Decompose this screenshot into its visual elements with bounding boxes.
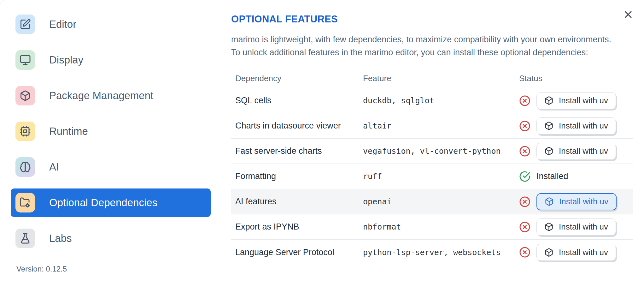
dependency-cell: Language Server Protocol <box>235 248 363 257</box>
install-button-label: Install with uv <box>559 146 608 156</box>
install-with-uv-button[interactable]: Install with uv <box>536 117 616 135</box>
brain-icon <box>15 157 35 177</box>
dependency-cell: AI features <box>235 197 363 206</box>
dependency-cell: SQL cells <box>235 96 363 105</box>
check-circle-icon <box>519 171 530 182</box>
dependency-cell: Charts in datasource viewer <box>235 121 363 131</box>
status-cell: Install with uv <box>519 143 633 160</box>
table-row: Charts in datasource viewer altair Insta… <box>231 113 633 139</box>
circle-x-icon <box>519 95 530 106</box>
package-icon <box>544 222 553 231</box>
version-label: Version: 0.12.5 <box>16 265 67 273</box>
monitor-icon <box>15 50 35 70</box>
x-icon <box>623 16 634 21</box>
description: marimo is lightweight, with few dependen… <box>231 33 632 59</box>
sidebar-item-package-management[interactable]: Package Management <box>11 81 211 110</box>
install-button-label: Install with uv <box>559 121 608 131</box>
circle-x-icon <box>519 196 530 207</box>
close-button[interactable] <box>621 8 635 22</box>
status-cell: Installed <box>519 171 633 182</box>
feature-cell: openai <box>363 197 519 206</box>
sidebar-item-optional-dependencies[interactable]: Optional Dependencies <box>11 188 211 217</box>
page-title: OPTIONAL FEATURES <box>231 14 632 25</box>
sidebar-item-display[interactable]: Display <box>11 46 211 74</box>
table-body: SQL cells duckdb, sqlglot Install with u… <box>231 88 633 265</box>
feature-cell: vegafusion, vl-convert-python <box>363 146 519 156</box>
package-icon <box>544 121 553 130</box>
edit-icon <box>15 15 35 34</box>
table-row: Export as IPYNB nbformat Install with uv <box>231 214 633 240</box>
feature-cell: duckdb, sqlglot <box>363 96 519 105</box>
table-row: AI features openai Install with uv <box>231 189 633 214</box>
install-with-uv-button[interactable]: Install with uv <box>536 218 616 236</box>
install-button-label: Install with uv <box>559 197 608 206</box>
feature-cell: altair <box>363 121 519 130</box>
install-with-uv-button[interactable]: Install with uv <box>536 143 616 160</box>
table-row: Formatting ruff Installed <box>231 164 633 189</box>
package-icon <box>544 146 553 156</box>
feature-cell: ruff <box>363 172 519 181</box>
dependency-cell: Export as IPYNB <box>235 222 363 232</box>
feature-cell: python-lsp-server, websockets <box>363 248 519 257</box>
feature-cell: nbformat <box>363 222 519 231</box>
folder-cog-icon <box>15 193 35 212</box>
description-line-1: marimo is lightweight, with few dependen… <box>231 33 632 46</box>
status-cell: Install with uv <box>519 193 633 210</box>
dependency-cell: Fast server-side charts <box>235 146 363 156</box>
circle-x-icon <box>519 247 530 258</box>
main-panel: OPTIONAL FEATURES marimo is lightweight,… <box>215 0 644 281</box>
sidebar-item-editor[interactable]: Editor <box>11 10 211 39</box>
install-button-label: Install with uv <box>559 222 608 232</box>
dependencies-table: Dependency Feature Status SQL cells duck… <box>231 69 633 265</box>
settings-dialog: Editor Display Package Management Runtim… <box>0 0 644 281</box>
package-icon <box>15 86 35 105</box>
install-with-uv-button[interactable]: Install with uv <box>536 244 616 261</box>
status-cell: Install with uv <box>519 92 633 109</box>
circle-x-icon <box>519 221 530 233</box>
dependency-cell: Formatting <box>235 171 363 181</box>
sidebar-item-runtime[interactable]: Runtime <box>11 117 211 146</box>
column-header-dependency: Dependency <box>235 74 363 83</box>
flask-icon <box>15 229 35 248</box>
install-with-uv-button[interactable]: Install with uv <box>536 193 617 210</box>
sidebar-nav: Editor Display Package Management Runtim… <box>0 0 215 281</box>
package-icon <box>545 197 554 206</box>
table-row: Language Server Protocol python-lsp-serv… <box>231 240 633 265</box>
column-header-feature: Feature <box>363 74 519 83</box>
table-row: Fast server-side charts vegafusion, vl-c… <box>231 139 633 164</box>
status-cell: Install with uv <box>519 117 633 135</box>
install-with-uv-button[interactable]: Install with uv <box>536 92 616 109</box>
install-button-label: Install with uv <box>559 96 608 105</box>
circle-x-icon <box>519 120 530 132</box>
package-icon <box>544 96 553 105</box>
column-header-status: Status <box>519 74 633 83</box>
status-cell: Install with uv <box>519 218 633 236</box>
package-icon <box>544 248 553 257</box>
cpu-icon <box>15 122 35 141</box>
description-line-2: To unlock additional features in the mar… <box>231 46 632 59</box>
install-button-label: Install with uv <box>559 248 608 257</box>
sidebar-item-labs[interactable]: Labs <box>11 224 211 253</box>
sidebar-item-ai[interactable]: AI <box>11 153 211 181</box>
table-row: SQL cells duckdb, sqlglot Install with u… <box>231 88 633 113</box>
circle-x-icon <box>519 146 530 157</box>
table-header: Dependency Feature Status <box>231 69 633 88</box>
status-cell: Install with uv <box>519 244 633 261</box>
installed-label: Installed <box>536 171 568 181</box>
